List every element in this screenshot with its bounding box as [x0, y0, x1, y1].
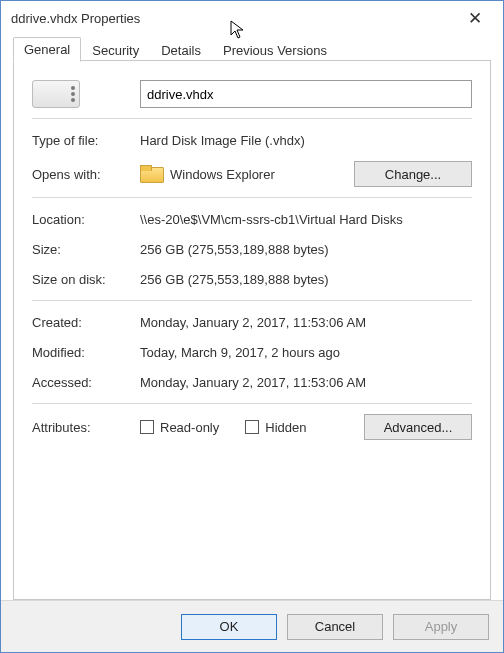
- size-value: 256 GB (275,553,189,888 bytes): [140, 242, 472, 257]
- type-of-file-label: Type of file:: [32, 133, 140, 148]
- type-of-file-value: Hard Disk Image File (.vhdx): [140, 133, 472, 148]
- location-label: Location:: [32, 212, 140, 227]
- tab-previous-versions[interactable]: Previous Versions: [212, 38, 338, 62]
- size-on-disk-value: 256 GB (275,553,189,888 bytes): [140, 272, 472, 287]
- tab-panel-general: Type of file: Hard Disk Image File (.vhd…: [13, 60, 491, 600]
- apply-button[interactable]: Apply: [393, 614, 489, 640]
- opens-with-value: Windows Explorer: [170, 167, 275, 182]
- ok-button[interactable]: OK: [181, 614, 277, 640]
- checkbox-box-icon: [245, 420, 259, 434]
- size-label: Size:: [32, 242, 140, 257]
- readonly-checkbox[interactable]: Read-only: [140, 420, 219, 435]
- attributes-label: Attributes:: [32, 420, 140, 435]
- modified-label: Modified:: [32, 345, 140, 360]
- separator: [32, 403, 472, 404]
- filename-input[interactable]: [140, 80, 472, 108]
- accessed-value: Monday, January 2, 2017, 11:53:06 AM: [140, 375, 472, 390]
- location-value: \\es-20\e$\VM\cm-ssrs-cb1\Virtual Hard D…: [140, 212, 472, 227]
- tab-security[interactable]: Security: [81, 38, 150, 62]
- separator: [32, 300, 472, 301]
- tab-general[interactable]: General: [13, 37, 81, 62]
- dialog-footer: OK Cancel Apply: [1, 600, 503, 652]
- hidden-checkbox-label: Hidden: [265, 420, 306, 435]
- opens-with-label: Opens with:: [32, 167, 140, 182]
- accessed-label: Accessed:: [32, 375, 140, 390]
- cancel-button[interactable]: Cancel: [287, 614, 383, 640]
- modified-value: Today, March 9, 2017, 2 hours ago: [140, 345, 472, 360]
- window-title: ddrive.vhdx Properties: [11, 11, 140, 26]
- checkbox-box-icon: [140, 420, 154, 434]
- titlebar: ddrive.vhdx Properties ✕: [1, 1, 503, 35]
- tab-details[interactable]: Details: [150, 38, 212, 62]
- close-button[interactable]: ✕: [455, 8, 495, 29]
- hidden-checkbox[interactable]: Hidden: [245, 420, 306, 435]
- created-value: Monday, January 2, 2017, 11:53:06 AM: [140, 315, 472, 330]
- windows-explorer-icon: [140, 165, 162, 183]
- created-label: Created:: [32, 315, 140, 330]
- advanced-button[interactable]: Advanced...: [364, 414, 472, 440]
- separator: [32, 197, 472, 198]
- properties-window: ddrive.vhdx Properties ✕ General Securit…: [0, 0, 504, 653]
- file-type-icon: [32, 80, 80, 108]
- size-on-disk-label: Size on disk:: [32, 272, 140, 287]
- separator: [32, 118, 472, 119]
- tab-strip: General Security Details Previous Versio…: [13, 35, 491, 61]
- change-button[interactable]: Change...: [354, 161, 472, 187]
- readonly-checkbox-label: Read-only: [160, 420, 219, 435]
